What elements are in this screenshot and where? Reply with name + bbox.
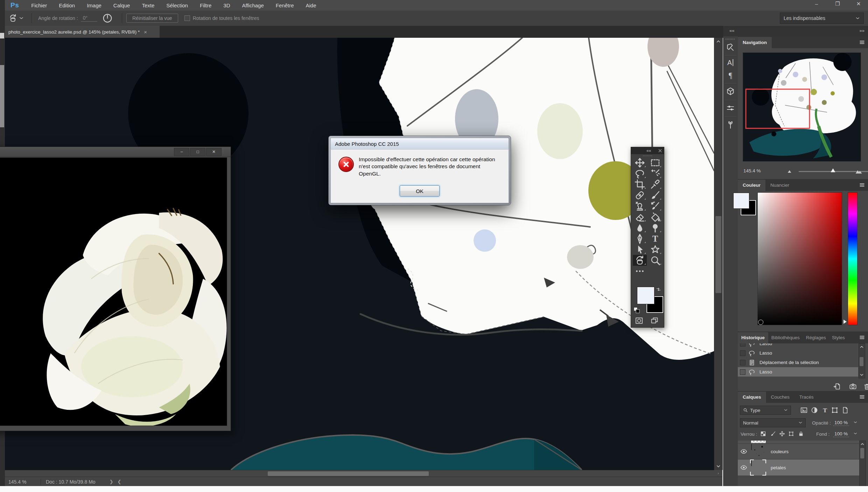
tab-navigation[interactable]: Navigation [738,37,772,48]
crop-tool[interactable] [633,179,647,190]
error-dialog[interactable]: Adobe Photoshop CC 2015 Impossible d'eff… [328,136,511,205]
chevron-down-icon[interactable] [853,432,858,436]
horizontal-scrollbar[interactable] [5,470,714,477]
eye-icon[interactable] [740,464,748,471]
layer-row-couleurs[interactable]: couleurs [738,444,860,459]
menu-item[interactable]: Sélection [160,2,194,8]
chevron-down-icon[interactable] [853,420,858,425]
tab-bibliotheques[interactable]: Bibliothèques [768,332,803,343]
workspace-switcher[interactable]: Les indispensables [780,13,864,24]
eye-icon[interactable] [740,448,748,455]
expand-dock-icon[interactable]: »» [860,28,864,33]
menu-item[interactable]: Filtre [194,2,217,8]
layer-row-petales[interactable]: petales [738,459,860,476]
minimize-button[interactable]: – [811,1,822,7]
layer-filter-dropdown[interactable]: Type [740,406,791,415]
rotate-view-tool-icon[interactable] [8,14,18,23]
ok-button[interactable]: OK [400,185,440,197]
rotation-dial-icon[interactable] [102,13,113,23]
history-scrollbar[interactable] [859,343,865,378]
navigation-thumbnail[interactable] [743,52,861,162]
menu-item[interactable]: Affichage [236,2,270,8]
zoom-in-icon[interactable] [855,167,863,175]
lock-all-icon[interactable] [798,431,804,437]
lock-pixels-icon[interactable] [770,431,776,437]
angle-input[interactable]: 0° [81,15,97,22]
status-back-icon[interactable]: ❮ [118,479,121,484]
scroll-up-icon[interactable] [860,345,864,349]
hue-marker[interactable] [844,320,847,324]
menu-item[interactable]: Image [81,2,107,8]
document-tab[interactable]: photo_exercice_lasso2 aurelie.psd @ 145%… [5,26,160,38]
lasso-tool[interactable] [633,168,647,179]
paint-bucket-tool[interactable] [648,212,662,222]
clone-stamp-tool[interactable] [633,201,647,212]
pen-tool[interactable] [633,233,647,244]
collapse-dock-icon[interactable]: «« [729,28,734,33]
menu-item[interactable]: 3D [217,2,236,8]
foreground-color-swatch[interactable] [637,287,654,304]
restore-button[interactable]: ❐ [832,1,844,7]
history-step[interactable]: Lasso [738,348,858,358]
filter-adjustment-layers-icon[interactable] [811,406,818,414]
horizontal-scroll-thumb[interactable] [268,471,429,476]
menu-item[interactable]: Texte [136,2,160,8]
panel-button-paragraphe[interactable]: ¶ [726,71,735,80]
spot-healing-brush-tool[interactable] [633,190,647,201]
tool-palette[interactable]: «« T [631,147,664,328]
zoom-out-icon[interactable] [787,168,793,174]
history-step-selected[interactable]: Lasso [738,367,858,377]
hue-strip[interactable] [848,192,858,325]
menu-item[interactable]: Calque [107,2,136,8]
maximize-button[interactable]: □ [190,148,205,156]
dialog-titlebar[interactable]: Adobe Photoshop CC 2015 [330,138,509,149]
move-tool[interactable] [633,157,647,168]
menu-item[interactable]: Edition [53,2,81,8]
tab-styles[interactable]: Styles [829,332,848,343]
tab-couleur[interactable]: Couleur [738,180,765,191]
layer-thumbnail[interactable] [751,444,752,450]
brush-tool[interactable] [648,190,662,201]
panel-menu-icon[interactable] [859,334,865,341]
panel-button-masques[interactable] [726,43,735,52]
tab-traces[interactable]: Tracés [794,392,819,403]
scroll-thumb[interactable] [860,357,863,366]
quick-mask-button[interactable] [635,316,644,325]
close-button[interactable]: ✕ [206,148,222,156]
panel-menu-icon[interactable] [859,39,865,45]
panel-menu-icon[interactable] [859,394,865,400]
tab-calques[interactable]: Calques [738,392,766,403]
type-tool[interactable]: T [648,233,662,244]
panel-button-formes[interactable] [726,120,735,129]
lock-artboard-icon[interactable] [788,431,794,437]
tab-nuancier[interactable]: Nuancier [765,180,794,191]
eraser-tool[interactable] [633,212,647,222]
tab-couches[interactable]: Couches [766,392,794,403]
opacity-value[interactable]: 100 % [833,420,849,426]
fill-value[interactable]: 100 % [833,431,849,437]
reset-view-button[interactable]: Réinitialiser la vue [126,14,178,23]
filter-shape-layers-icon[interactable] [831,406,839,414]
history-brush-tool[interactable] [648,201,662,212]
layers-scrollbar[interactable] [859,441,866,492]
zoom-tool[interactable] [648,255,662,266]
zoom-slider-thumb[interactable] [830,167,836,174]
minimize-button[interactable]: – [174,148,189,156]
scroll-thumb[interactable] [860,448,864,458]
tab-historique[interactable]: Historique [738,332,768,343]
zoom-level-field[interactable]: 145.4 % [8,479,36,485]
floating-document-window[interactable]: – □ ✕ [0,147,231,431]
palette-grip[interactable] [631,154,664,157]
blend-mode-dropdown[interactable]: Normal [740,418,806,427]
tab-reglages[interactable]: Réglages [803,332,829,343]
blur-tool[interactable] [633,222,647,233]
menu-item[interactable]: Aide [300,2,322,8]
screen-mode-button[interactable] [650,316,659,325]
scroll-down-icon[interactable] [860,373,864,377]
panel-button-3d[interactable] [726,87,735,96]
vertical-scroll-thumb[interactable] [715,216,721,293]
navigation-zoom-value[interactable]: 145.4 % [743,168,761,173]
eyedropper-tool[interactable] [648,179,662,190]
foreground-color-swatch[interactable] [734,193,749,208]
rotate-all-checkbox[interactable] [184,15,190,21]
